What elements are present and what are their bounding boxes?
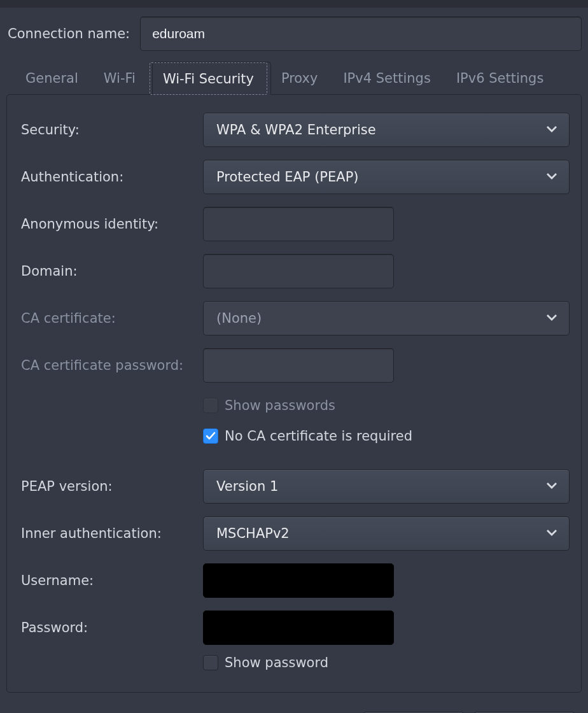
ca-certificate-label: CA certificate:: [18, 311, 203, 326]
chevron-down-icon: [546, 483, 557, 490]
anonymous-identity-input[interactable]: [203, 207, 394, 241]
ca-certificate-select[interactable]: (None): [203, 301, 570, 335]
peap-version-select[interactable]: Version 1: [203, 469, 570, 504]
tab-bar: General Wi-Fi Wi-Fi Security Proxy IPv4 …: [6, 62, 582, 95]
no-ca-required-label: No CA certificate is required: [225, 428, 412, 444]
no-ca-required-checkbox[interactable]: [203, 428, 218, 444]
tab-general[interactable]: General: [13, 62, 91, 95]
chevron-down-icon: [546, 314, 557, 322]
show-password-checkbox[interactable]: [203, 655, 218, 670]
username-label: Username:: [18, 573, 203, 588]
connection-name-row: Connection name:: [6, 17, 582, 51]
window-titlebar: [0, 0, 588, 8]
security-select-value: WPA & WPA2 Enterprise: [216, 122, 376, 138]
tab-wifi[interactable]: Wi-Fi: [91, 62, 148, 95]
anonymous-identity-label: Anonymous identity:: [18, 216, 203, 232]
tab-ipv4-settings[interactable]: IPv4 Settings: [330, 62, 443, 95]
tab-ipv6-settings[interactable]: IPv6 Settings: [444, 62, 556, 95]
tab-proxy[interactable]: Proxy: [269, 62, 331, 95]
connection-name-input[interactable]: [140, 17, 582, 51]
chevron-down-icon: [546, 126, 557, 134]
password-label: Password:: [18, 620, 203, 635]
authentication-label: Authentication:: [18, 169, 203, 185]
inner-authentication-label: Inner authentication:: [18, 526, 203, 541]
show-passwords-label: Show passwords: [225, 398, 335, 413]
password-input[interactable]: [203, 611, 394, 645]
peap-version-select-value: Version 1: [216, 479, 278, 494]
authentication-select-value: Protected EAP (PEAP): [216, 169, 359, 185]
domain-label: Domain:: [18, 264, 203, 279]
ca-certificate-select-value: (None): [216, 311, 262, 326]
security-select[interactable]: WPA & WPA2 Enterprise: [203, 113, 570, 147]
show-passwords-checkbox: [203, 398, 218, 413]
show-password-label: Show password: [225, 655, 328, 670]
inner-authentication-select[interactable]: MSCHAPv2: [203, 516, 570, 551]
domain-input[interactable]: [203, 254, 394, 288]
ca-certificate-password-input: [203, 348, 394, 383]
check-icon: [206, 431, 216, 441]
tab-wifi-security[interactable]: Wi-Fi Security: [150, 62, 267, 95]
chevron-down-icon: [546, 173, 557, 181]
chevron-down-icon: [546, 530, 557, 537]
security-label: Security:: [18, 122, 203, 138]
tab-panel-wifi-security: Security: WPA & WPA2 Enterprise Authenti…: [6, 94, 582, 693]
username-input[interactable]: [203, 563, 394, 598]
ca-certificate-password-label: CA certificate password:: [18, 358, 203, 373]
connection-name-label: Connection name:: [6, 26, 130, 41]
inner-authentication-select-value: MSCHAPv2: [216, 526, 290, 541]
peap-version-label: PEAP version:: [18, 479, 203, 494]
authentication-select[interactable]: Protected EAP (PEAP): [203, 160, 570, 194]
dialog-action-bar: Cancel Save: [6, 693, 582, 713]
